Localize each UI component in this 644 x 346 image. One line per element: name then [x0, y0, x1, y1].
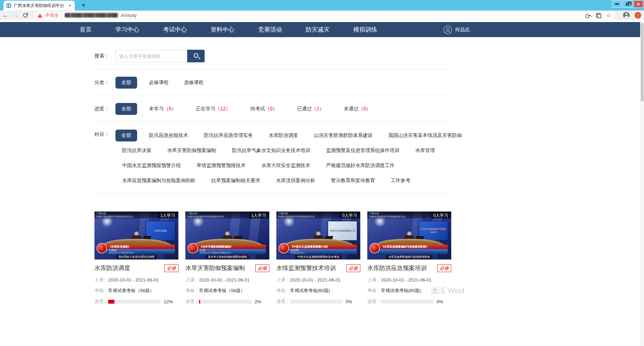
- progress-chip-awaiting-exam[interactable]: 待考试（0）: [250, 106, 277, 112]
- course-thumbnail[interactable]: 广西水利中国水利水电科学研究院技术支持 1人学习 《水旱灾害防御预案编制》 王翔…: [185, 212, 269, 260]
- nav-item-learning-center[interactable]: 学习中心: [115, 26, 139, 34]
- course-card: 广西水利中国水利水电科学研究院技术支持 0人学习 中国水文监测预报预警介绍 《中…: [276, 212, 360, 305]
- nav-item-home[interactable]: 首页: [80, 26, 92, 34]
- window-restore-button[interactable]: [623, 0, 632, 8]
- close-tab-icon[interactable]: ×: [68, 3, 72, 8]
- password-key-icon[interactable]: [585, 14, 590, 17]
- nav-item-resource-center[interactable]: 资料中心: [211, 26, 234, 34]
- subject-chip[interactable]: 防汛抗旱决策: [122, 147, 151, 154]
- progress-meta-label: 进度：: [367, 298, 381, 305]
- minimize-icon: [615, 4, 619, 5]
- browser-tab[interactable]: 广西水旱灾害防御培训平台 ×: [3, 1, 75, 11]
- schedule-label: 上课：: [276, 277, 290, 283]
- subject-chip[interactable]: 监测预警及信息管理系统操作培训: [326, 147, 399, 154]
- schedule-value: 2020-10-01 - 2021-06-01: [290, 277, 341, 283]
- forward-button[interactable]: →: [10, 12, 21, 19]
- user-profile-icon: [444, 26, 452, 34]
- video-caption: 是水旱灾害的防御的预案的编制: [206, 255, 249, 259]
- scrollbar-thumb[interactable]: [641, 23, 644, 102]
- subject-chip[interactable]: 山洪灾害群测群防体系建设: [314, 132, 373, 139]
- required-badge: 必修: [255, 264, 269, 272]
- subject-chip[interactable]: 水库防洪调度: [269, 132, 298, 139]
- window-close-button[interactable]: ×: [634, 0, 643, 8]
- security-label[interactable]: 不安全: [45, 12, 59, 19]
- reload-icon[interactable]: [22, 12, 28, 18]
- exam-label: 考核：: [94, 288, 108, 294]
- category-chip-all[interactable]: 全部: [115, 77, 137, 89]
- subject-chip[interactable]: 防汛抗旱气象水文知识业务技术培训: [232, 147, 310, 154]
- course-title[interactable]: 水库防洪应急预案培训: [367, 264, 437, 272]
- progress-chip-in-progress[interactable]: 正在学习（12）: [196, 106, 231, 112]
- bookmark-star-icon[interactable]: ☆: [606, 12, 611, 19]
- subject-chip[interactable]: 中国水文监测预报预警介绍: [122, 162, 181, 169]
- required-badge: 必修: [164, 264, 178, 272]
- study-page: 搜索： 分类： 全部 必修课程 选修课程 进度： 全部 未学习（5） 正在学习（…: [94, 37, 453, 305]
- subject-chip[interactable]: 旱情监测预警预报技术: [197, 162, 246, 169]
- nav-item-exam-center[interactable]: 考试中心: [163, 26, 187, 34]
- divider: [94, 96, 453, 96]
- learner-count-badge: 0人学习: [340, 212, 359, 219]
- divider: [94, 194, 453, 194]
- lower-third-banner: 《水库应急预案编制与抢险案例剖析》: [371, 245, 448, 254]
- subject-chip[interactable]: 抗旱预案编制相关要求: [211, 178, 260, 184]
- course-title[interactable]: 水旱灾害防御预案编制: [185, 264, 255, 272]
- schedule-value: 2020-10-01 - 2021-06-01: [199, 277, 250, 283]
- exam-label: 考核：: [185, 288, 199, 294]
- course-thumbnail[interactable]: 广西水利中国水利水电科学研究院技术支持 0人学习 水库应急预案编制与抢险案例剖析…: [367, 212, 451, 260]
- progress-chip-passed[interactable]: 已通过（1）: [297, 106, 324, 112]
- progress-bar: [381, 300, 433, 304]
- course-thumbnail[interactable]: 广西水利中国水利水电科学研究院技术支持 0人学习 中国水文监测预报预警介绍 《中…: [276, 212, 360, 260]
- video-caption: 现在我给大家讲水库防洪调度: [116, 255, 157, 259]
- url-path: /#/study: [121, 13, 137, 18]
- back-button[interactable]: ←: [0, 12, 10, 19]
- schedule-value: 2020-10-01 - 2021-06-01: [108, 277, 159, 283]
- progress-bar: [108, 300, 161, 304]
- schedule-label: 上课：: [185, 277, 199, 283]
- window-minimize-button[interactable]: [612, 0, 622, 8]
- progress-chip-all[interactable]: 全部: [115, 103, 137, 115]
- nav-item-competition[interactable]: 竞赛活动: [258, 26, 282, 34]
- restore-icon: [626, 3, 629, 6]
- browser-titlebar: 广西水旱灾害防御培训平台 × + ×: [0, 0, 644, 11]
- new-tab-button[interactable]: +: [79, 1, 88, 9]
- channel-emblem-icon: [369, 243, 380, 254]
- progress-fill: [199, 300, 200, 304]
- course-title[interactable]: 水库防洪调度: [94, 264, 164, 272]
- address-bar[interactable]: ! 不安全 /#/study ☆: [33, 12, 615, 19]
- nav-item-simulation[interactable]: 模拟训练: [353, 26, 377, 34]
- browser-toolbar: ← → ! 不安全 /#/study ☆ ↑: [0, 11, 644, 20]
- browser-update-icon[interactable]: ↑: [635, 12, 641, 19]
- subject-chip[interactable]: 水库大坝安全监测技术: [261, 162, 310, 169]
- course-title[interactable]: 水情监测预警技术培训: [276, 264, 346, 272]
- progress-chip-not-started[interactable]: 未学习（5）: [149, 106, 176, 112]
- translate-icon[interactable]: [596, 13, 601, 18]
- subject-chip[interactable]: 工作参考: [391, 178, 410, 184]
- exam-label: 考核：: [276, 288, 290, 294]
- search-button[interactable]: [187, 50, 205, 62]
- subject-chip[interactable]: 防汛抗旱应急管理实务: [204, 132, 253, 139]
- lower-third-banner: 《中国水文监测预报预警介绍》 刘志雨水利部信息中心: [280, 245, 357, 254]
- subject-chip-all[interactable]: 全部: [115, 130, 137, 141]
- course-thumbnail[interactable]: 广西水利中国水利水电科学研究院技术支持 1人学习 水库防洪调度 《水库防洪调度》…: [94, 212, 178, 260]
- site-navbar: 首页 学习中心 考试中心 资料中心 竞赛活动 防灾减灾 模拟训练 何品志: [0, 22, 644, 37]
- subject-chip[interactable]: 水库管理: [415, 147, 435, 154]
- subject-chip[interactable]: 防汛应急抢险技术: [149, 132, 188, 139]
- nav-item-disaster-reduction[interactable]: 防灾减灾: [306, 26, 330, 34]
- browser-profile-icon[interactable]: [623, 12, 630, 19]
- subject-chip[interactable]: 我国山洪灾害基本情况及灾害防御: [388, 132, 462, 139]
- exam-value: 常规试卷考核（58题）: [108, 288, 154, 294]
- search-input[interactable]: [115, 50, 187, 62]
- category-chip-elective[interactable]: 选修课程: [184, 79, 204, 86]
- video-caption: 水库应急预案编制与抢险案例剖析: [386, 255, 432, 259]
- category-chip-required[interactable]: 必修课程: [149, 79, 169, 86]
- subject-chip[interactable]: 水库应急预案编制与抢险案例剖析: [122, 178, 196, 184]
- user-menu[interactable]: 何品志: [444, 22, 470, 37]
- subject-chip[interactable]: 警示教育和宣传教育: [331, 178, 375, 184]
- progress-chip-failed[interactable]: 未通过（0）: [344, 106, 371, 112]
- page-scrollbar[interactable]: [640, 22, 644, 346]
- subject-chip[interactable]: 水库溃坝案例分析: [276, 178, 315, 184]
- category-label: 分类：: [94, 79, 115, 86]
- subject-chip[interactable]: 水旱灾害防御预案编制: [167, 147, 216, 154]
- subject-chip[interactable]: 严格规范做好水库防洪调度工作: [326, 162, 395, 169]
- required-badge: 必修: [437, 264, 451, 272]
